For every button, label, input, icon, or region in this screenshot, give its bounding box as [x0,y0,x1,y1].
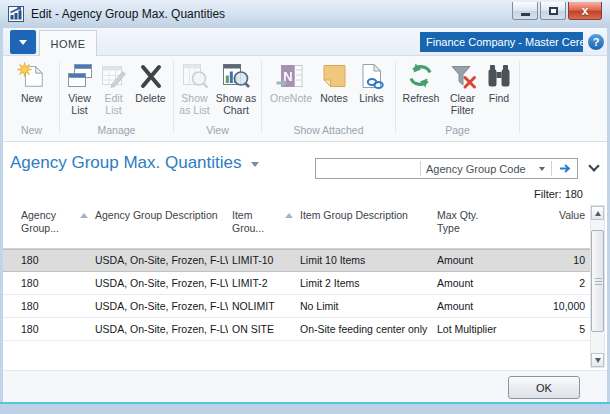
ribbon-button-label: Notes [320,93,347,105]
table-row[interactable]: 180 USDA, On-Site, Frozen, F-LW LIMIT-2 … [3,272,590,295]
ok-button[interactable]: OK [508,376,580,399]
ribbon-button-label: View List [62,93,97,116]
clear-filter-button[interactable]: Clear Filter [444,58,481,116]
cell-agency-group: 180 [3,254,91,266]
cell-max-qty-type: Amount [433,300,553,312]
scroll-up-button[interactable] [591,206,604,220]
ribbon-group-page: Refresh Clear Filter [397,58,518,138]
vertical-scrollbar[interactable] [590,205,605,368]
chevron-down-icon [251,162,259,167]
find-binoculars-icon [483,61,515,91]
title-bar: Edit - Agency Group Max. Quantities x [0,0,610,28]
cell-item-group: LIMIT-10 [228,254,296,266]
links-button[interactable]: Links [353,58,390,105]
table-row[interactable]: 180 USDA, On-Site, Frozen, F-LW NOLIMIT … [3,295,590,318]
cell-agency-group: 180 [3,277,91,289]
cell-item-group: LIMIT-2 [228,277,296,289]
restore-button[interactable] [540,2,566,20]
links-chain-icon [356,61,388,91]
filter-search-input[interactable] [316,159,420,178]
ribbon-separator [261,61,262,133]
ribbon-group-new: New New [5,58,58,138]
column-header-max-qty-type[interactable]: Max Qty. Type [433,205,553,248]
view-list-button[interactable]: View List [62,58,97,116]
column-header-value[interactable]: Value [553,205,590,248]
footer-bar: OK [3,370,607,402]
arrow-right-icon [558,162,572,175]
application-menu-button[interactable] [10,30,36,54]
cell-agency-group-description: USDA, On-Site, Frozen, F-LW [91,254,228,266]
help-button[interactable]: ? [587,33,605,51]
cell-max-qty-type: Amount [433,277,553,289]
notes-button[interactable]: Notes [315,58,353,105]
cell-item-group-description: No Limit [296,300,433,312]
cell-agency-group: 180 [3,323,91,335]
ribbon-button-label: Links [359,93,384,105]
show-as-list-button: Show as List [176,58,213,116]
apply-filter-button[interactable] [552,159,577,178]
column-header-item-group[interactable]: Item Grou... [228,205,296,248]
ribbon-group-label: New [5,124,58,138]
ribbon-button-label: Delete [135,93,165,105]
find-button[interactable]: Find [481,58,517,105]
sort-ascending-icon [285,213,293,218]
column-header-item-group-description[interactable]: Item Group Description [296,205,433,248]
cell-value: 10,000 [553,300,590,312]
expand-filter-pane-button[interactable] [588,162,600,174]
sort-ascending-icon [80,213,88,218]
ribbon-button-label: Clear Filter [444,93,481,116]
ribbon-group-label: Manage [61,124,172,138]
table-row[interactable]: 180 USDA, On-Site, Frozen, F-LW LIMIT-10… [3,249,590,272]
cell-max-qty-type: Lot Multiplier [433,323,553,335]
arrow-up-icon [595,211,601,216]
delete-button[interactable]: Delete [130,58,171,105]
clear-filter-funnel-icon [447,61,479,91]
page-title-text: Agency Group Max. Quantities [10,153,242,173]
ribbon-separator [519,61,520,133]
cell-value: 10 [553,254,590,266]
ribbon-button-label: Find [489,93,509,105]
scroll-down-button[interactable] [591,353,604,367]
column-header-label: Item Group Description [300,209,433,222]
app-window: Edit - Agency Group Max. Quantities x HO… [0,0,610,414]
page-title[interactable]: Agency Group Max. Quantities [10,153,259,173]
minimize-button[interactable] [512,2,538,20]
ribbon-button-label: Show as List [176,93,213,116]
column-header-agency-group-description[interactable]: Agency Group Description [91,205,228,248]
filter-search-box: Agency Group Code [315,158,578,179]
ribbon: New New View List [3,56,607,142]
cell-agency-group: 180 [3,300,91,312]
filter-status: Filter: 180 [534,188,583,200]
ribbon-group-label: Show Attached [263,124,394,138]
nav-chart-app-icon [8,6,24,22]
restore-icon [549,7,558,15]
window-controls: x [510,2,602,20]
show-as-chart-icon [220,61,252,91]
ribbon-group-view: Show as List Show as Chart [175,58,260,138]
ribbon-button-label: New [21,93,42,105]
tab-home[interactable]: HOME [39,30,97,57]
window-title: Edit - Agency Group Max. Quantities [31,7,225,21]
ribbon-button-label: Show as Chart [213,93,259,116]
column-header-agency-group[interactable]: Agency Group... [3,205,91,248]
filter-field-selector[interactable]: Agency Group Code [421,159,551,178]
table-row[interactable]: 180 USDA, On-Site, Frozen, F-LW ON SITE … [3,318,590,341]
new-button[interactable]: New [10,58,54,105]
onenote-button: N OneNote [267,58,315,105]
cell-max-qty-type: Amount [433,254,553,266]
close-button[interactable]: x [568,2,602,20]
minimize-icon [521,13,530,16]
ribbon-group-label: View [175,124,260,138]
ribbon-group-manage: View List Edit List [61,58,172,138]
cell-value: 2 [553,277,590,289]
cell-agency-group-description: USDA, On-Site, Frozen, F-LW [91,300,228,312]
ribbon-group-label: Page [397,124,518,138]
refresh-button[interactable]: Refresh [398,58,444,105]
window-frame-left [0,28,3,402]
show-as-list-icon [179,61,211,91]
table-header: Agency Group... Agency Group Description… [3,205,590,249]
ribbon-tab-bar: HOME Finance Company - Master Ceres 50..… [3,28,607,56]
scrollbar-thumb[interactable] [591,230,604,332]
show-as-chart-button[interactable]: Show as Chart [213,58,259,116]
cell-item-group: NOLIMIT [228,300,296,312]
